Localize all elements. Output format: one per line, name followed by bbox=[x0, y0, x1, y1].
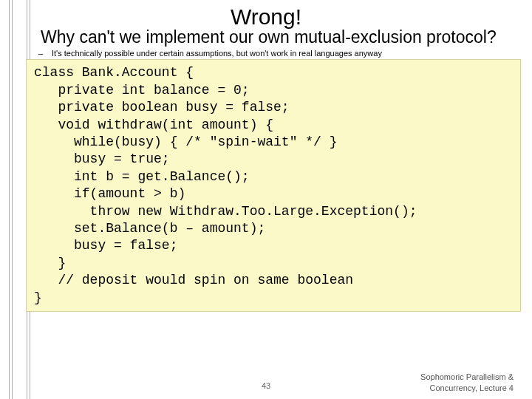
footer-attribution: Sophomoric Parallelism & Concurrency, Le… bbox=[420, 372, 514, 393]
footer-line-1: Sophomoric Parallelism & bbox=[420, 372, 514, 382]
code-block: class Bank.Account { private int balance… bbox=[26, 59, 521, 311]
footer-line-2: Concurrency, Lecture 4 bbox=[420, 383, 514, 393]
slide-subtitle: Why can't we implement our own mutual-ex… bbox=[7, 27, 517, 47]
title-overlay: Wrong! bbox=[0, 4, 532, 30]
slide-container: Wrong! Why can't we implement our own mu… bbox=[0, 0, 532, 399]
page-number: 43 bbox=[262, 381, 270, 390]
sub-bullet: It's technically possible under certain … bbox=[52, 49, 517, 58]
